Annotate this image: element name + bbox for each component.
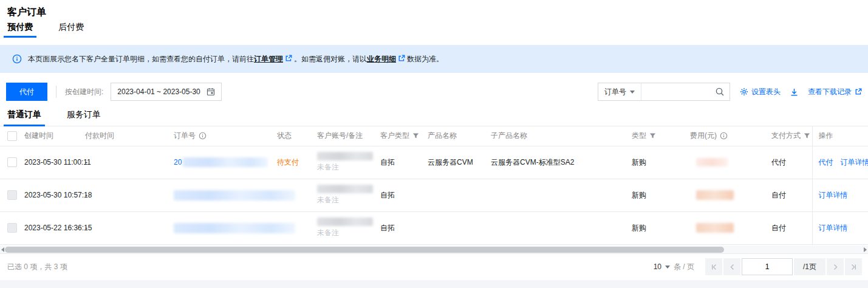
header-pay-method: 支付方式 xyxy=(771,131,801,141)
page-size-value: 10 xyxy=(654,262,661,271)
pagination: /1页 xyxy=(705,258,862,275)
per-page-label: 条 / 页 xyxy=(674,262,694,272)
redacted-fee xyxy=(696,190,734,200)
scroll-right-arrow-icon[interactable] xyxy=(864,247,867,252)
table-row: 2023-05-30 11:00:11 - 20 待支付 未备注 自拓 云服务器… xyxy=(0,146,868,179)
toolbar-divider xyxy=(56,86,56,98)
header-fee: 费用(元) xyxy=(690,131,717,141)
cell-order-type: 新购 xyxy=(629,211,688,244)
banner-text: 本页面展示您名下客户全量订单明细，如需查看您的自付订单，请前往订单管理。如需返佣… xyxy=(28,54,443,64)
cell-pay-method: 自付 xyxy=(769,179,812,211)
date-filter-label: 按创建时间: xyxy=(65,87,103,97)
account-remark: 未备注 xyxy=(317,195,373,205)
info-circle-icon xyxy=(12,54,22,64)
filter-icon[interactable] xyxy=(412,132,419,139)
redacted-fee xyxy=(696,158,728,166)
billing-mode-tabs: 预付费 后付费 xyxy=(0,19,868,38)
tab-normal-orders[interactable]: 普通订单 xyxy=(7,109,41,126)
scrollbar-thumb[interactable] xyxy=(5,247,724,253)
redacted-account xyxy=(317,218,373,226)
row-checkbox[interactable] xyxy=(7,157,17,167)
row-checkbox-disabled xyxy=(7,190,17,200)
order-number-link[interactable]: 20 xyxy=(174,158,182,166)
info-circle-icon[interactable] xyxy=(199,132,207,140)
filter-icon[interactable] xyxy=(804,132,810,139)
date-range-picker[interactable]: 2023-04-01 ~ 2023-05-30 xyxy=(111,83,221,101)
cell-pay-time: - xyxy=(83,146,171,179)
header-sub-product-name: 子产品名称 xyxy=(488,126,629,146)
search-icon[interactable] xyxy=(710,87,730,97)
cell-create-time: 2023-05-30 10:57:18 xyxy=(22,179,83,211)
action-pay-link[interactable]: 代付 xyxy=(819,157,833,168)
action-order-detail-link[interactable]: 订单详情 xyxy=(819,190,848,201)
external-link-icon xyxy=(855,88,862,95)
selection-summary: 已选 0 项，共 3 项 xyxy=(7,262,67,272)
redacted-account xyxy=(317,152,373,160)
order-manage-link[interactable]: 订单管理 xyxy=(254,55,283,63)
cell-create-time: 2023-05-22 16:36:15 xyxy=(22,211,83,244)
first-page-button[interactable] xyxy=(705,258,722,275)
cell-customer-type: 自拓 xyxy=(378,211,425,244)
table-row: 2023-05-22 16:36:15 - 未备注 自拓 新购 自付 订单详情 xyxy=(0,211,868,244)
table-row: 2023-05-30 10:57:18 - 未备注 自拓 新购 自付 订单详情 xyxy=(0,179,868,211)
business-detail-link[interactable]: 业务明细 xyxy=(367,55,396,63)
tab-prepaid[interactable]: 预付费 xyxy=(7,22,33,38)
cell-sub-product-name: 云服务器CVM-标准型SA2 xyxy=(488,146,629,179)
page-title: 客户订单 xyxy=(0,0,868,19)
set-columns-button[interactable]: 设置表头 xyxy=(740,87,781,97)
redacted-order-number xyxy=(174,223,295,233)
header-actions: 操作 xyxy=(812,126,868,146)
redacted-order-number xyxy=(174,190,295,201)
toolbar: 代付 按创建时间: 2023-04-01 ~ 2023-05-30 订单号 xyxy=(0,83,868,101)
select-all-checkbox[interactable] xyxy=(7,131,17,141)
header-order-no: 订单号 xyxy=(174,131,196,141)
tab-postpaid[interactable]: 后付费 xyxy=(58,22,84,38)
tab-service-orders[interactable]: 服务订单 xyxy=(67,109,101,126)
header-status: 状态 xyxy=(275,126,315,146)
search-type-select[interactable]: 订单号 xyxy=(598,83,641,100)
chevron-down-icon xyxy=(665,266,670,269)
search-group: 订单号 xyxy=(598,83,730,101)
external-link-icon[interactable] xyxy=(398,55,405,62)
status-badge: 待支付 xyxy=(277,158,299,166)
view-download-records-link[interactable]: 查看下载记录 xyxy=(808,87,862,97)
total-pages-label: /1页 xyxy=(794,258,825,275)
search-input[interactable] xyxy=(641,83,710,100)
external-link-icon[interactable] xyxy=(285,55,292,62)
banner-text-2: 。如需返佣对账，请以 xyxy=(294,55,367,63)
action-order-detail-link[interactable]: 订单详情 xyxy=(819,223,848,233)
table-header-row: 创建时间 付款时间 订单号 状态 客户账号/备注 客户类型 产品名称 子产品名称… xyxy=(0,126,868,146)
info-banner: 本页面展示您名下客户全量订单明细，如需查看您的自付订单，请前往订单管理。如需返佣… xyxy=(0,45,868,73)
cell-create-time: 2023-05-30 11:00:11 xyxy=(22,146,83,179)
last-page-button[interactable] xyxy=(845,258,862,275)
header-create-time: 创建时间 xyxy=(22,126,83,146)
orders-table: 创建时间 付款时间 订单号 状态 客户账号/备注 客户类型 产品名称 子产品名称… xyxy=(0,126,868,245)
view-download-records-label: 查看下载记录 xyxy=(808,87,852,97)
cell-order-type: 新购 xyxy=(629,179,688,211)
account-remark: 未备注 xyxy=(317,228,373,238)
action-order-detail-link[interactable]: 订单详情 xyxy=(841,157,868,168)
search-type-value: 订单号 xyxy=(604,87,626,97)
calendar-icon[interactable] xyxy=(207,87,215,96)
horizontal-scrollbar xyxy=(0,245,868,253)
page-number-input[interactable] xyxy=(742,258,793,275)
next-page-button[interactable] xyxy=(827,258,844,275)
customer-orders-page: 客户订单 预付费 后付费 本页面展示您名下客户全量订单明细，如需查看您的自付订单… xyxy=(0,0,868,288)
filter-icon[interactable] xyxy=(649,132,656,139)
row-checkbox-disabled xyxy=(7,223,17,233)
info-circle-icon[interactable] xyxy=(720,132,728,140)
pay-for-customer-button[interactable]: 代付 xyxy=(6,83,47,101)
redacted-order-number xyxy=(183,157,268,167)
cell-product-name: 云服务器CVM xyxy=(425,146,488,179)
header-pay-time: 付款时间 xyxy=(83,126,171,146)
order-category-tabs: 普通订单 服务订单 xyxy=(0,109,868,126)
prev-page-button[interactable] xyxy=(723,258,740,275)
account-remark: 未备注 xyxy=(317,162,373,173)
cell-customer-type: 自拓 xyxy=(378,146,425,179)
download-button[interactable] xyxy=(790,88,798,96)
scroll-left-arrow-icon[interactable] xyxy=(1,247,4,252)
header-type: 类型 xyxy=(632,131,646,141)
header-product-name: 产品名称 xyxy=(425,126,488,146)
header-account-remark: 客户账号/备注 xyxy=(315,126,378,146)
page-size-select[interactable]: 10 条 / 页 xyxy=(654,262,694,272)
